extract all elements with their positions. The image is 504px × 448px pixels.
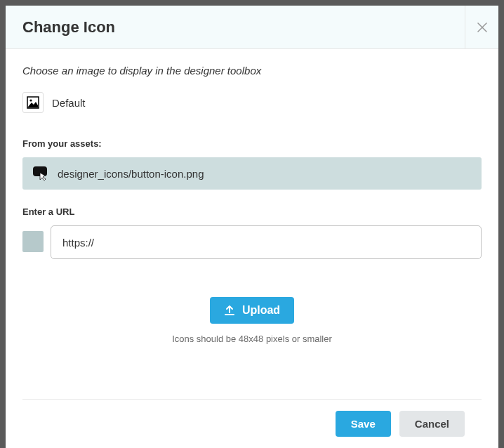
change-icon-modal: Change Icon Choose an image to display i… <box>6 6 498 448</box>
modal-footer: Save Cancel <box>22 399 482 448</box>
close-icon <box>477 22 487 32</box>
upload-button-label: Upload <box>242 304 280 317</box>
svg-point-1 <box>29 99 32 101</box>
upload-button[interactable]: Upload <box>210 297 294 324</box>
image-placeholder-icon <box>27 96 39 109</box>
default-icon-label: Default <box>52 97 86 109</box>
size-hint: Icons should be 48x48 pixels or smaller <box>22 334 482 344</box>
upload-icon <box>224 305 235 316</box>
modal-header: Change Icon <box>6 6 498 49</box>
modal-body: Choose an image to display in the design… <box>6 49 498 448</box>
url-row <box>22 225 482 259</box>
button-icon <box>32 166 48 181</box>
url-input[interactable] <box>51 225 482 259</box>
default-icon-thumb <box>22 92 44 113</box>
url-section-label: Enter a URL <box>22 206 482 217</box>
save-button[interactable]: Save <box>336 411 391 437</box>
upload-row: Upload <box>22 297 482 324</box>
modal-title: Change Icon <box>6 18 465 37</box>
url-preview-swatch <box>22 231 44 252</box>
close-button[interactable] <box>465 6 498 48</box>
cancel-button[interactable]: Cancel <box>399 411 465 437</box>
instruction-text: Choose an image to display in the design… <box>22 65 482 77</box>
default-icon-option[interactable]: Default <box>22 92 482 113</box>
asset-item-thumb <box>32 166 48 181</box>
asset-item-path: designer_icons/button-icon.png <box>58 168 204 180</box>
assets-section-label: From your assets: <box>22 138 482 149</box>
asset-item[interactable]: designer_icons/button-icon.png <box>22 157 482 190</box>
